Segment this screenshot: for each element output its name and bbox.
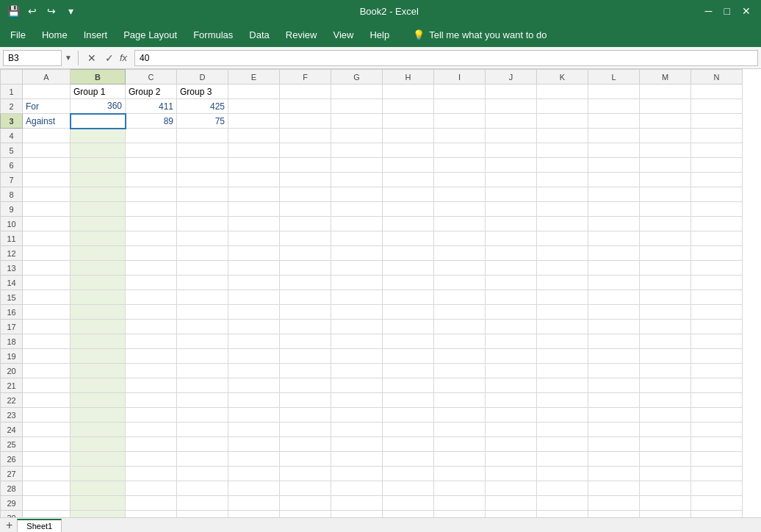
- cell-a18[interactable]: [23, 334, 71, 349]
- cell-n23[interactable]: [691, 408, 743, 423]
- cell-b6[interactable]: [71, 158, 126, 173]
- cell-d14[interactable]: [177, 276, 228, 290]
- cell-e15[interactable]: [228, 290, 280, 305]
- cell-i24[interactable]: [434, 423, 486, 437]
- cell-h29[interactable]: [383, 496, 434, 511]
- cell-b10[interactable]: [71, 217, 126, 231]
- cell-d5[interactable]: [177, 143, 228, 158]
- cell-h6[interactable]: [383, 158, 434, 173]
- cell-h21[interactable]: [383, 378, 434, 393]
- cell-i11[interactable]: [434, 231, 486, 246]
- cell-b12[interactable]: [71, 246, 126, 261]
- cell-b19[interactable]: [71, 349, 126, 364]
- cell-h13[interactable]: [383, 261, 434, 276]
- col-header-g[interactable]: G: [331, 70, 383, 85]
- cell-j10[interactable]: [486, 217, 537, 231]
- cell-n30[interactable]: [691, 511, 743, 518]
- cell-a22[interactable]: [23, 393, 71, 408]
- cell-k28[interactable]: [537, 481, 588, 496]
- cell-k10[interactable]: [537, 217, 588, 231]
- cell-l5[interactable]: [588, 143, 640, 158]
- cell-a17[interactable]: [23, 320, 71, 334]
- cell-j9[interactable]: [486, 202, 537, 217]
- cell-k24[interactable]: [537, 423, 588, 437]
- col-header-m[interactable]: M: [640, 70, 691, 85]
- cell-k14[interactable]: [537, 276, 588, 290]
- cell-b13[interactable]: [71, 261, 126, 276]
- menu-file[interactable]: File: [3, 26, 33, 43]
- cell-j6[interactable]: [486, 158, 537, 173]
- cell-f23[interactable]: [280, 408, 331, 423]
- cell-e19[interactable]: [228, 349, 280, 364]
- row-header-11[interactable]: 11: [1, 231, 23, 246]
- cell-g15[interactable]: [331, 290, 383, 305]
- cell-m24[interactable]: [640, 423, 691, 437]
- cell-g22[interactable]: [331, 393, 383, 408]
- cell-a4[interactable]: [23, 129, 71, 143]
- cell-f18[interactable]: [280, 334, 331, 349]
- cell-e9[interactable]: [228, 202, 280, 217]
- cell-e4[interactable]: [228, 129, 280, 143]
- cell-a25[interactable]: [23, 437, 71, 452]
- col-header-k[interactable]: K: [537, 70, 588, 85]
- cell-b25[interactable]: [71, 437, 126, 452]
- cell-m7[interactable]: [640, 173, 691, 187]
- cell-f5[interactable]: [280, 143, 331, 158]
- cell-g6[interactable]: [331, 158, 383, 173]
- cell-f16[interactable]: [280, 305, 331, 320]
- cell-g17[interactable]: [331, 320, 383, 334]
- cell-n13[interactable]: [691, 261, 743, 276]
- cell-b21[interactable]: [71, 378, 126, 393]
- cell-a12[interactable]: [23, 246, 71, 261]
- cell-g21[interactable]: [331, 378, 383, 393]
- cell-d20[interactable]: [177, 364, 228, 378]
- row-header-30[interactable]: 30: [1, 511, 23, 518]
- cell-f12[interactable]: [280, 246, 331, 261]
- menu-help[interactable]: Help: [362, 26, 397, 43]
- cell-b14[interactable]: [71, 276, 126, 290]
- cell-f1[interactable]: [280, 85, 331, 99]
- cell-e12[interactable]: [228, 246, 280, 261]
- cell-d27[interactable]: [177, 467, 228, 481]
- new-sheet-button[interactable]: +: [3, 519, 15, 532]
- cell-n19[interactable]: [691, 349, 743, 364]
- row-header-4[interactable]: 4: [1, 129, 23, 143]
- cell-a21[interactable]: [23, 378, 71, 393]
- sheet-tab-sheet1[interactable]: Sheet1: [17, 519, 62, 532]
- cell-m12[interactable]: [640, 246, 691, 261]
- cell-n20[interactable]: [691, 364, 743, 378]
- cell-m27[interactable]: [640, 467, 691, 481]
- save-icon[interactable]: 💾: [6, 4, 21, 18]
- menu-formulas[interactable]: Formulas: [186, 26, 240, 43]
- cell-j17[interactable]: [486, 320, 537, 334]
- cell-i20[interactable]: [434, 364, 486, 378]
- cell-j25[interactable]: [486, 437, 537, 452]
- cell-l16[interactable]: [588, 305, 640, 320]
- cell-j3[interactable]: [486, 114, 537, 129]
- cell-k23[interactable]: [537, 408, 588, 423]
- cell-reference-box[interactable]: B3: [3, 50, 62, 66]
- cell-i17[interactable]: [434, 320, 486, 334]
- cell-j5[interactable]: [486, 143, 537, 158]
- cell-h17[interactable]: [383, 320, 434, 334]
- cell-n24[interactable]: [691, 423, 743, 437]
- cell-c5[interactable]: [126, 143, 177, 158]
- cell-e30[interactable]: [228, 511, 280, 518]
- cell-a20[interactable]: [23, 364, 71, 378]
- cell-a2[interactable]: For: [23, 99, 71, 114]
- cell-b17[interactable]: [71, 320, 126, 334]
- cell-a24[interactable]: [23, 423, 71, 437]
- cell-i28[interactable]: [434, 481, 486, 496]
- cell-h3[interactable]: [383, 114, 434, 129]
- cell-g14[interactable]: [331, 276, 383, 290]
- maximize-button[interactable]: □: [720, 4, 735, 18]
- cell-l9[interactable]: [588, 202, 640, 217]
- cell-d2[interactable]: 425: [177, 99, 228, 114]
- cell-j4[interactable]: [486, 129, 537, 143]
- cell-a13[interactable]: [23, 261, 71, 276]
- cell-b8[interactable]: [71, 187, 126, 202]
- cell-n16[interactable]: [691, 305, 743, 320]
- cell-l28[interactable]: [588, 481, 640, 496]
- confirm-formula-button[interactable]: ✓: [102, 52, 117, 64]
- cell-h16[interactable]: [383, 305, 434, 320]
